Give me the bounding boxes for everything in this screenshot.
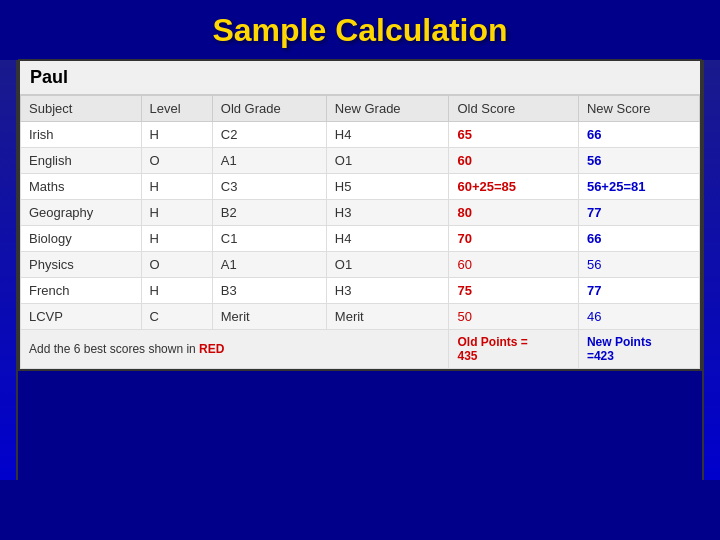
table-row: MathsHC3H560+25=8556+25=81 <box>21 174 700 200</box>
page-title: Sample Calculation <box>0 0 720 59</box>
cell-old-score: 75 <box>449 278 578 304</box>
footer-old-points: Old Points =435 <box>449 330 578 369</box>
scores-table: Subject Level Old Grade New Grade Old Sc… <box>20 95 700 369</box>
cell-old-score: 50 <box>449 304 578 330</box>
cell-old-score: 60 <box>449 252 578 278</box>
cell-level: H <box>141 200 212 226</box>
cell-subject: LCVP <box>21 304 142 330</box>
cell-old-score: 60+25=85 <box>449 174 578 200</box>
cell-new-score: 77 <box>578 278 699 304</box>
cell-old-grade: B3 <box>212 278 326 304</box>
cell-new-score: 66 <box>578 122 699 148</box>
cell-level: H <box>141 122 212 148</box>
cell-new-score: 56+25=81 <box>578 174 699 200</box>
cell-old-grade: A1 <box>212 148 326 174</box>
cell-new-grade: O1 <box>326 148 449 174</box>
cell-subject: Maths <box>21 174 142 200</box>
table-row: BiologyHC1H47066 <box>21 226 700 252</box>
cell-new-grade: H5 <box>326 174 449 200</box>
table-row: PhysicsOA1O16056 <box>21 252 700 278</box>
cell-new-grade: H4 <box>326 122 449 148</box>
cell-new-score: 46 <box>578 304 699 330</box>
cell-new-grade: Merit <box>326 304 449 330</box>
cell-subject: French <box>21 278 142 304</box>
cell-old-grade: Merit <box>212 304 326 330</box>
cell-old-score: 60 <box>449 148 578 174</box>
col-subject: Subject <box>21 96 142 122</box>
cell-old-score: 65 <box>449 122 578 148</box>
cell-new-score: 56 <box>578 252 699 278</box>
cell-level: O <box>141 252 212 278</box>
footer-new-points: New Points=423 <box>578 330 699 369</box>
col-old-score: Old Score <box>449 96 578 122</box>
table-row: EnglishOA1O16056 <box>21 148 700 174</box>
cell-new-grade: H3 <box>326 278 449 304</box>
table-row: GeographyHB2H38077 <box>21 200 700 226</box>
cell-new-grade: O1 <box>326 252 449 278</box>
col-new-grade: New Grade <box>326 96 449 122</box>
footer-row: Add the 6 best scores shown in REDOld Po… <box>21 330 700 369</box>
cell-level: C <box>141 304 212 330</box>
cell-level: H <box>141 226 212 252</box>
student-name: Paul <box>20 61 700 95</box>
cell-old-grade: B2 <box>212 200 326 226</box>
table-row: FrenchHB3H37577 <box>21 278 700 304</box>
decorative-right <box>702 60 720 480</box>
col-level: Level <box>141 96 212 122</box>
cell-subject: English <box>21 148 142 174</box>
main-table-container: Paul Subject Level Old Grade New Grade O… <box>18 59 702 371</box>
cell-old-grade: C3 <box>212 174 326 200</box>
cell-level: O <box>141 148 212 174</box>
cell-subject: Biology <box>21 226 142 252</box>
col-new-score: New Score <box>578 96 699 122</box>
cell-old-grade: C2 <box>212 122 326 148</box>
table-row: IrishHC2H46566 <box>21 122 700 148</box>
cell-old-grade: C1 <box>212 226 326 252</box>
cell-new-grade: H3 <box>326 200 449 226</box>
cell-old-grade: A1 <box>212 252 326 278</box>
col-old-grade: Old Grade <box>212 96 326 122</box>
cell-old-score: 80 <box>449 200 578 226</box>
cell-new-score: 56 <box>578 148 699 174</box>
footer-note: Add the 6 best scores shown in RED <box>21 330 449 369</box>
cell-old-score: 70 <box>449 226 578 252</box>
cell-level: H <box>141 174 212 200</box>
table-header-row: Subject Level Old Grade New Grade Old Sc… <box>21 96 700 122</box>
decorative-left <box>0 60 18 480</box>
cell-level: H <box>141 278 212 304</box>
cell-subject: Geography <box>21 200 142 226</box>
cell-new-grade: H4 <box>326 226 449 252</box>
cell-new-score: 77 <box>578 200 699 226</box>
table-row: LCVPCMeritMerit5046 <box>21 304 700 330</box>
cell-subject: Physics <box>21 252 142 278</box>
cell-subject: Irish <box>21 122 142 148</box>
cell-new-score: 66 <box>578 226 699 252</box>
